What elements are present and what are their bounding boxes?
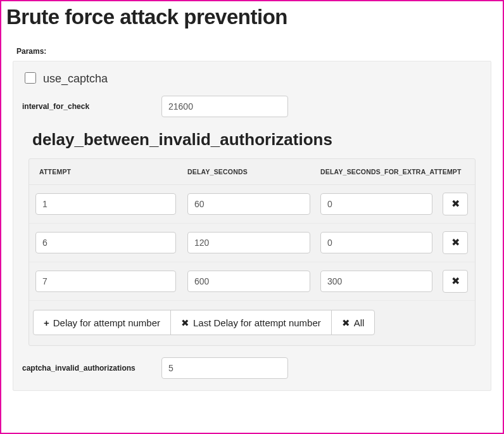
params-label: Params:	[16, 47, 503, 56]
table-row: ✖	[29, 224, 475, 262]
plus-icon: +	[44, 318, 49, 328]
attempt-input[interactable]	[35, 193, 176, 215]
delay-extra-input[interactable]	[320, 193, 432, 215]
interval-for-check-label: interval_for_check	[22, 102, 161, 111]
col-extra-header: DELAY_SECONDS_FOR_EXTRA_ATTEMPT	[318, 168, 462, 176]
col-delay-header: DELAY_SECONDS	[185, 168, 318, 176]
table-row: ✖	[29, 262, 475, 301]
close-icon: ✖	[451, 276, 460, 286]
delay-seconds-input[interactable]	[187, 193, 310, 215]
close-icon: ✖	[181, 318, 189, 328]
delay-action-bar: + Delay for attempt number ✖ Last Delay …	[29, 301, 475, 345]
col-attempt-header: ATTEMPT	[33, 168, 185, 176]
delay-extra-input[interactable]	[320, 232, 432, 253]
interval-for-check-row: interval_for_check	[22, 96, 482, 117]
delete-row-button[interactable]: ✖	[443, 231, 468, 254]
remove-last-delay-button[interactable]: ✖ Last Delay for attempt number	[170, 310, 332, 335]
add-delay-label: Delay for attempt number	[53, 317, 160, 328]
close-icon: ✖	[451, 199, 460, 209]
remove-all-delay-button[interactable]: ✖ All	[331, 310, 375, 335]
delete-row-button[interactable]: ✖	[443, 270, 468, 293]
delay-action-button-group: + Delay for attempt number ✖ Last Delay …	[33, 310, 375, 335]
attempt-input[interactable]	[35, 271, 176, 292]
interval-for-check-input[interactable]	[161, 96, 288, 117]
add-delay-button[interactable]: + Delay for attempt number	[33, 310, 171, 335]
remove-last-delay-label: Last Delay for attempt number	[193, 317, 321, 328]
use-captcha-row: use_captcha	[22, 70, 482, 86]
table-row: ✖	[29, 185, 475, 224]
use-captcha-checkbox[interactable]	[25, 72, 36, 84]
captcha-invalid-auth-input[interactable]	[161, 357, 288, 379]
delay-seconds-input[interactable]	[187, 271, 310, 292]
delay-table: ATTEMPT DELAY_SECONDS DELAY_SECONDS_FOR_…	[28, 158, 476, 346]
remove-all-delay-label: All	[354, 317, 365, 328]
use-captcha-label: use_captcha	[43, 72, 108, 86]
captcha-invalid-auth-row: captcha_invalid_authorizations	[22, 357, 482, 379]
delete-row-button[interactable]: ✖	[443, 193, 468, 215]
params-panel: use_captcha interval_for_check delay_bet…	[13, 61, 491, 391]
page-title: Brute force attack prevention	[6, 5, 503, 29]
delay-table-header: ATTEMPT DELAY_SECONDS DELAY_SECONDS_FOR_…	[29, 159, 475, 185]
delay-section-title: delay_between_invalid_authorizations	[32, 130, 482, 150]
delay-seconds-input[interactable]	[187, 232, 310, 253]
close-icon: ✖	[451, 238, 460, 248]
close-icon: ✖	[342, 318, 350, 328]
attempt-input[interactable]	[35, 232, 176, 253]
captcha-invalid-auth-label: captcha_invalid_authorizations	[22, 364, 161, 373]
delay-extra-input[interactable]	[320, 271, 432, 292]
